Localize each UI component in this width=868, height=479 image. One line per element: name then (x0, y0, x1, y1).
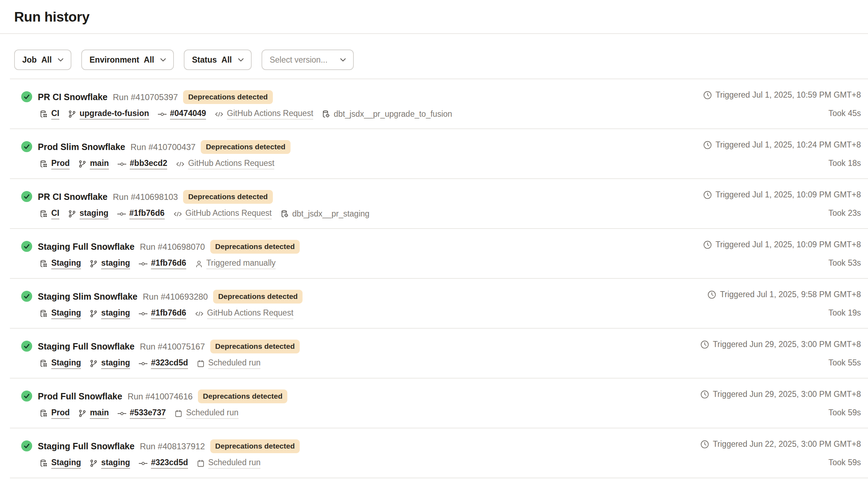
clock-icon (703, 91, 712, 100)
clock-icon (703, 140, 712, 150)
trigger-item: Triggered manually (195, 258, 276, 269)
environment-item[interactable]: Staging (39, 358, 81, 369)
schema-item: dbt_jsdx__pr_upgrade_to_fusion (322, 109, 452, 119)
environment-item[interactable]: Staging (39, 458, 81, 469)
status-filter-dropdown[interactable]: Status All (184, 50, 252, 70)
commit-item[interactable]: #323cd5d (139, 458, 188, 469)
run-history-row[interactable]: Staging Slim Snowflake Run #410693280 De… (10, 279, 868, 329)
git-commit-icon (139, 459, 148, 468)
job-filter-dropdown[interactable]: Job All (14, 50, 71, 70)
deprecations-badge: Deprecations detected (198, 389, 287, 403)
calendar-icon (197, 359, 205, 368)
branch-link: staging (101, 458, 130, 469)
trigger-item: GitHub Actions Request (173, 208, 272, 219)
status-filter-value: All (222, 55, 232, 65)
job-name-link[interactable]: PR CI Snowflake (38, 92, 107, 102)
run-list: PR CI Snowflake Run #410705397 Deprecati… (10, 79, 868, 478)
branch-link: staging (101, 258, 130, 269)
branch-item[interactable]: staging (89, 308, 130, 319)
commit-item[interactable]: #323cd5d (139, 358, 188, 369)
run-row-main: PR CI Snowflake Run #410705397 Deprecati… (38, 90, 452, 120)
commit-item[interactable]: #0474049 (158, 109, 206, 120)
job-filter-label: Job (22, 55, 37, 65)
branch-item[interactable]: staging (89, 358, 130, 369)
deprecations-badge: Deprecations detected (183, 90, 272, 104)
trigger-source-label: Scheduled run (208, 358, 260, 369)
database-grid-icon (39, 209, 48, 218)
job-name-link[interactable]: Staging Full Snowflake (38, 441, 135, 451)
branch-link: staging (80, 208, 108, 219)
chevron-down-icon (58, 58, 64, 62)
branch-item[interactable]: staging (89, 258, 130, 269)
trigger-source-label: GitHub Actions Request (207, 308, 293, 319)
deprecations-badge: Deprecations detected (201, 140, 290, 154)
commit-link: #323cd5d (151, 358, 188, 369)
job-name-link[interactable]: Prod Full Snowflake (38, 391, 122, 402)
commit-link: #323cd5d (151, 458, 188, 469)
run-row-right: Triggered Jun 29, 2025, 3:00 PM GMT+8 To… (700, 389, 861, 419)
run-history-row[interactable]: Staging Full Snowflake Run #410075167 De… (10, 329, 868, 379)
run-history-row[interactable]: Staging Full Snowflake Run #410698070 De… (10, 229, 868, 279)
git-commit-icon (139, 310, 148, 318)
environment-item[interactable]: Prod (39, 158, 70, 169)
commit-item[interactable]: #1fb76d6 (139, 308, 186, 319)
environment-item[interactable]: Staging (39, 258, 81, 269)
branch-item[interactable]: main (78, 158, 109, 169)
commit-link: #1fb76d6 (151, 308, 186, 319)
run-number: Run #410705397 (113, 92, 178, 102)
check-circle-icon (21, 141, 32, 152)
branch-item[interactable]: upgrade-to-fusion (68, 109, 149, 120)
git-commit-icon (139, 359, 148, 368)
commit-item[interactable]: #1fb76d6 (117, 208, 165, 219)
branch-link: staging (101, 358, 130, 369)
schema-item: dbt_jsdx__pr_staging (280, 209, 370, 219)
commit-link: #533e737 (130, 408, 166, 419)
git-branch-icon (89, 359, 98, 368)
run-history-row[interactable]: Staging Full Snowflake Run #408137912 De… (10, 428, 868, 478)
branch-link: upgrade-to-fusion (80, 109, 149, 120)
commit-item[interactable]: #bb3ecd2 (117, 158, 167, 169)
page-title: Run history (14, 9, 868, 25)
run-history-row[interactable]: Prod Slim Snowflake Run #410700437 Depre… (10, 129, 868, 179)
job-name-link[interactable]: Prod Slim Snowflake (38, 142, 125, 152)
schema-name: dbt_jsdx__pr_staging (292, 209, 370, 219)
branch-item[interactable]: staging (68, 208, 108, 219)
run-history-row[interactable]: Prod Full Snowflake Run #410074616 Depre… (10, 379, 868, 428)
run-number: Run #410698070 (140, 242, 205, 252)
environment-item[interactable]: Staging (39, 308, 81, 319)
deprecations-badge: Deprecations detected (183, 190, 272, 204)
trigger-item: GitHub Actions Request (176, 158, 274, 169)
database-grid-icon (39, 160, 48, 168)
environment-item[interactable]: CI (39, 109, 59, 120)
run-row-left: PR CI Snowflake Run #410698103 Deprecati… (21, 190, 369, 219)
environment-item[interactable]: CI (39, 208, 59, 219)
git-branch-icon (89, 260, 98, 268)
clock-icon (700, 340, 709, 349)
triggered-timestamp: Triggered Jul 1, 2025, 10:09 PM GMT+8 (716, 240, 861, 249)
chevron-down-icon (160, 58, 166, 62)
commit-item[interactable]: #533e737 (117, 408, 166, 419)
environment-link: Prod (51, 158, 70, 169)
environment-item[interactable]: Prod (39, 408, 70, 419)
branch-item[interactable]: main (78, 408, 109, 419)
run-history-row[interactable]: PR CI Snowflake Run #410705397 Deprecati… (10, 79, 868, 129)
run-row-left: Prod Full Snowflake Run #410074616 Depre… (21, 389, 287, 419)
job-name-link[interactable]: Staging Full Snowflake (38, 341, 135, 352)
database-icon (322, 110, 330, 119)
environment-link: Staging (51, 308, 81, 319)
trigger-source-label: Scheduled run (208, 458, 260, 469)
run-row-right: Triggered Jul 1, 2025, 10:24 PM GMT+8 To… (703, 140, 861, 169)
branch-item[interactable]: staging (89, 458, 130, 469)
check-circle-icon (21, 241, 32, 252)
job-name-link[interactable]: PR CI Snowflake (38, 192, 107, 202)
job-name-link[interactable]: Staging Slim Snowflake (38, 292, 137, 302)
trigger-item: GitHub Actions Request (195, 308, 293, 319)
commit-link: #1fb76d6 (129, 208, 165, 219)
version-filter-dropdown[interactable]: Select version... (262, 50, 354, 70)
commit-item[interactable]: #1fb76d6 (139, 258, 186, 269)
run-history-row[interactable]: PR CI Snowflake Run #410698103 Deprecati… (10, 179, 868, 229)
environment-filter-dropdown[interactable]: Environment All (81, 50, 174, 70)
run-row-main: PR CI Snowflake Run #410698103 Deprecati… (38, 190, 369, 219)
run-duration: Took 19s (828, 308, 861, 318)
job-name-link[interactable]: Staging Full Snowflake (38, 242, 135, 252)
